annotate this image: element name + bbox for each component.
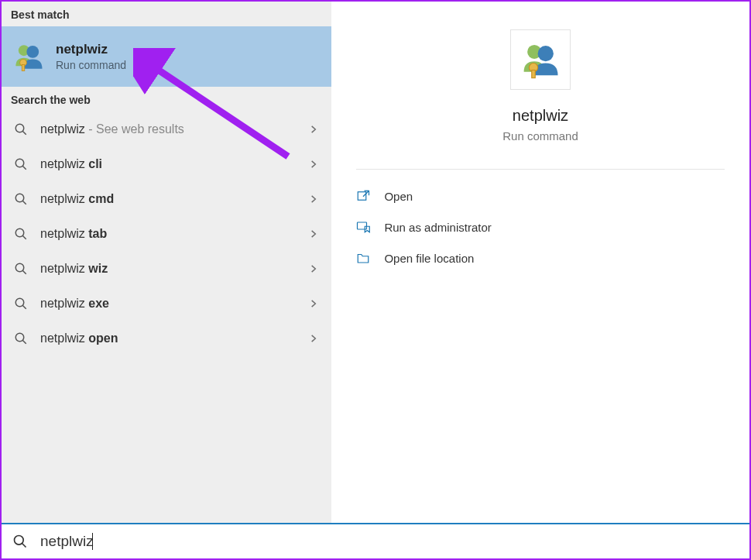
svg-line-7 [22,166,26,170]
search-icon [14,297,28,311]
web-result-label: netplwiz - See web results [40,122,308,136]
web-result-label: netplwiz exe [40,297,308,311]
best-match-title: netplwiz [56,42,126,57]
best-match-subtitle: Run command [56,59,126,71]
search-icon [12,534,28,549]
search-input[interactable]: netplwiz [40,533,94,550]
folder-icon [356,251,370,265]
svg-line-11 [22,235,26,239]
chevron-right-icon [308,298,319,309]
search-icon [14,157,28,171]
svg-rect-21 [532,70,536,78]
action-admin[interactable]: Run as administrator [356,211,724,242]
search-icon [14,262,28,276]
svg-rect-22 [358,192,367,201]
svg-line-9 [22,201,26,204]
search-icon [14,192,28,206]
svg-rect-3 [22,65,25,71]
web-result[interactable]: netplwiz open [2,321,331,356]
svg-point-19 [538,46,554,61]
web-results-list: netplwiz - See web resultsnetplwiz cline… [2,112,331,356]
svg-line-17 [22,340,26,344]
svg-line-13 [22,270,26,274]
preview-subtitle: Run command [502,129,578,143]
chevron-right-icon [308,124,319,135]
web-result-label: netplwiz cli [40,157,308,171]
svg-point-27 [15,536,24,545]
search-icon [14,227,28,241]
svg-line-15 [22,305,26,309]
search-web-header: Search the web [2,87,331,112]
chevron-right-icon [308,159,319,170]
action-folder[interactable]: Open file location [356,242,724,273]
svg-point-12 [15,263,24,272]
web-result[interactable]: netplwiz exe [2,286,331,321]
admin-icon [356,220,370,234]
search-icon [14,332,28,345]
web-result-label: netplwiz open [40,332,308,345]
svg-point-16 [15,333,24,342]
preview-pane: netplwiz Run command OpenRun as administ… [331,2,749,523]
action-label: Open file location [384,252,474,265]
chevron-right-icon [308,333,319,344]
svg-point-1 [26,46,39,58]
user-accounts-icon [12,40,45,73]
chevron-right-icon [308,263,319,274]
web-result[interactable]: netplwiz wiz [2,251,331,286]
svg-line-5 [22,131,26,135]
results-pane: Best match netplwiz Run command Search t… [2,2,331,523]
preview-title: netplwiz [513,107,568,125]
preview-icon [510,29,571,90]
svg-line-28 [22,544,26,548]
web-result[interactable]: netplwiz cli [2,146,331,181]
svg-point-14 [15,298,24,307]
web-result-label: netplwiz wiz [40,262,308,276]
text-caret [92,533,93,550]
svg-point-10 [15,228,24,237]
chevron-right-icon [308,228,319,239]
svg-point-8 [15,194,24,202]
open-icon [356,189,370,203]
best-match-result[interactable]: netplwiz Run command [2,26,331,87]
svg-point-4 [15,124,24,132]
search-icon [14,122,28,136]
web-result-label: netplwiz cmd [40,192,308,206]
action-label: Run as administrator [384,221,491,234]
chevron-right-icon [308,194,319,204]
web-result[interactable]: netplwiz cmd [2,181,331,216]
action-list: OpenRun as administratorOpen file locati… [356,180,724,273]
action-label: Open [384,190,413,203]
search-bar[interactable]: netplwiz [2,523,749,558]
svg-point-6 [15,159,24,167]
web-result[interactable]: netplwiz tab [2,216,331,251]
best-match-header: Best match [2,2,331,26]
web-result[interactable]: netplwiz - See web results [2,112,331,146]
divider [356,169,724,170]
web-result-label: netplwiz tab [40,227,308,241]
action-open[interactable]: Open [356,180,724,211]
